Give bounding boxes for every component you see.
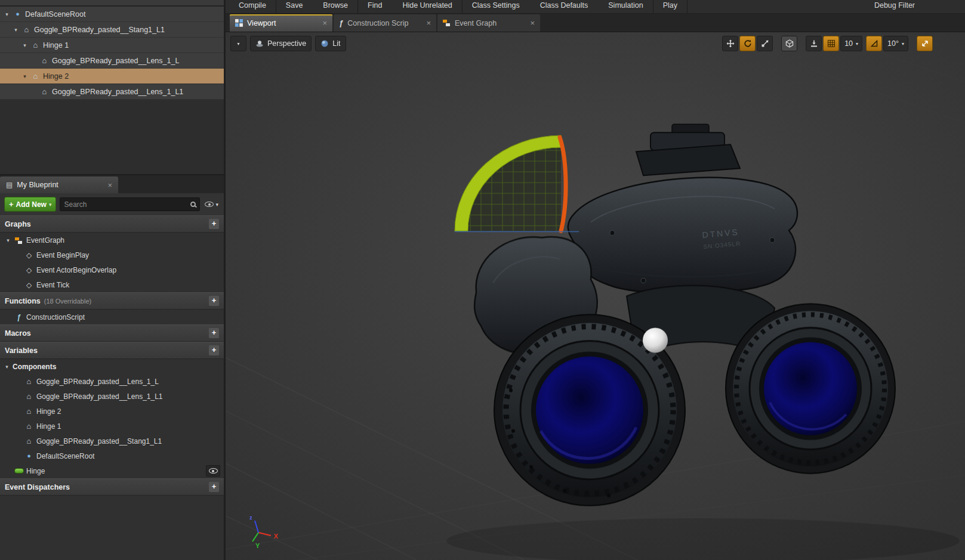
move-tool-button[interactable] bbox=[722, 36, 738, 51]
add-variables-button[interactable]: + bbox=[209, 345, 219, 355]
section-macros[interactable]: Macros+ bbox=[0, 324, 224, 342]
right-lens-barrel bbox=[726, 304, 895, 474]
blueprint-item-goggle-bpready-pasted-stang1-l1[interactable]: ⌂Goggle_BPReady_pasted__Stang1_L1 bbox=[0, 434, 224, 448]
category-components[interactable]: ▾Components bbox=[0, 359, 224, 374]
perspective-button[interactable]: Perspective bbox=[250, 36, 312, 51]
expander-icon[interactable]: ▾ bbox=[21, 42, 28, 48]
scene-root-icon: ● bbox=[24, 453, 33, 459]
add-new-button[interactable]: + Add New ▾ bbox=[4, 197, 56, 212]
blueprint-item-goggle-bpready-pasted-lens-1-l1[interactable]: ⌂Goggle_BPReady_pasted__Lens_1_L1 bbox=[0, 389, 224, 404]
save-button[interactable]: Save bbox=[286, 1, 303, 10]
hide-unrelated-button[interactable]: Hide Unrelated bbox=[402, 1, 452, 10]
section-variables[interactable]: Variables+ bbox=[0, 342, 224, 359]
blueprint-item-event-actorbeginoverlap[interactable]: ◇Event ActorBeginOverlap bbox=[0, 262, 224, 277]
viewport-canvas[interactable]: DTNVS SN:O345LR bbox=[226, 32, 965, 560]
main-toolbar: CompileSaveBrowseFindHide UnrelatedClass… bbox=[226, 0, 965, 14]
scale-tool-icon bbox=[761, 39, 769, 48]
section-graphs[interactable]: Graphs+ bbox=[0, 215, 224, 233]
eventgraph-icon bbox=[14, 237, 23, 244]
close-icon[interactable]: × bbox=[322, 18, 327, 27]
expander-icon[interactable]: ▾ bbox=[21, 73, 28, 79]
search-input[interactable] bbox=[64, 200, 188, 209]
grid-snap-value-button[interactable]: 10 ▾ bbox=[840, 36, 862, 51]
debug-filter-button[interactable]: Debug Filter bbox=[874, 1, 915, 10]
surface-snap-button[interactable] bbox=[806, 36, 822, 51]
class-settings-button[interactable]: Class Settings bbox=[472, 1, 520, 10]
blueprint-item-eventgraph[interactable]: ▾EventGraph bbox=[0, 233, 224, 247]
close-icon[interactable]: × bbox=[530, 18, 535, 27]
play-button[interactable]: Play bbox=[663, 1, 677, 10]
tree-row[interactable]: ▾⌂Hinge 1 bbox=[0, 38, 224, 53]
viewport-options-button[interactable]: ▾ bbox=[230, 36, 246, 51]
close-icon[interactable]: × bbox=[107, 181, 112, 190]
expander-icon[interactable]: ▾ bbox=[4, 11, 10, 17]
add-macros-button[interactable]: + bbox=[209, 328, 219, 338]
browse-button[interactable]: Browse bbox=[323, 1, 348, 10]
blueprint-item-event-tick[interactable]: ◇Event Tick bbox=[0, 277, 224, 292]
lit-label: Lit bbox=[332, 39, 340, 48]
blueprint-item-hinge-2[interactable]: ⌂Hinge 2 bbox=[0, 404, 224, 419]
section-note: (18 Overridable) bbox=[44, 298, 91, 305]
tab-construction-scrip[interactable]: ƒConstruction Scrip× bbox=[334, 14, 436, 32]
blueprint-item-goggle-bpready-pasted-lens-1-l[interactable]: ⌂Goggle_BPReady_pasted__Lens_1_L bbox=[0, 374, 224, 389]
item-label: Event BeginPlay bbox=[36, 251, 89, 259]
grid-snap-group: 10 ▾ bbox=[806, 36, 862, 51]
blueprint-item-defaultsceneroot[interactable]: ●DefaultSceneRoot bbox=[0, 448, 224, 463]
tree-row[interactable]: ▾●DefaultSceneRoot bbox=[0, 7, 224, 22]
search-box[interactable] bbox=[60, 197, 200, 211]
rotation-snap-value-button[interactable]: 10° ▾ bbox=[883, 36, 908, 51]
blueprint-item-event-beginplay[interactable]: ◇Event BeginPlay bbox=[0, 247, 224, 262]
rotation-snap-icon bbox=[870, 39, 878, 48]
world-space-icon bbox=[785, 39, 794, 48]
scale-tool-button[interactable] bbox=[757, 36, 773, 51]
rotate-tool-button[interactable] bbox=[739, 36, 756, 51]
tree-row[interactable]: ▾⌂Goggle_BPReady_pasted__Stang1_L1 bbox=[0, 22, 224, 38]
function-icon: ƒ bbox=[339, 18, 343, 27]
viewport-panel: DTNVS SN:O345LR bbox=[226, 32, 965, 560]
visibility-filter-button[interactable]: ▾ bbox=[204, 202, 220, 208]
mesh-icon: ⌂ bbox=[22, 26, 31, 33]
compile-button[interactable]: Compile bbox=[239, 1, 266, 10]
viewport-icon bbox=[235, 19, 243, 27]
tree-row[interactable]: ⌂Goggle_BPReady_pasted__Lens_1_L bbox=[0, 53, 224, 69]
section-event-dispatchers[interactable]: Event Dispatchers+ bbox=[0, 478, 224, 496]
blueprint-item-hinge-1[interactable]: ⌂Hinge 1 bbox=[0, 419, 224, 434]
section-functions[interactable]: Functions(18 Overridable)+ bbox=[0, 292, 224, 310]
perspective-icon bbox=[255, 39, 264, 48]
expander-icon[interactable]: ▾ bbox=[5, 237, 11, 243]
expander-icon[interactable]: ▾ bbox=[13, 27, 19, 33]
variable-icon bbox=[14, 468, 23, 474]
section-title: Variables bbox=[5, 346, 38, 355]
tab-event-graph[interactable]: Event Graph× bbox=[437, 14, 540, 32]
add-functions-button[interactable]: + bbox=[209, 296, 219, 306]
tree-row[interactable]: ⌂Goggle_BPReady_pasted__Lens_1_L1 bbox=[0, 84, 224, 100]
coordinate-space-button[interactable] bbox=[781, 36, 797, 51]
expander-icon[interactable]: ▾ bbox=[4, 364, 10, 370]
toolbar-group: SaveBrowse bbox=[286, 2, 348, 11]
axis-y-label: Y bbox=[255, 542, 260, 549]
class-defaults-button[interactable]: Class Defaults bbox=[540, 1, 588, 10]
my-blueprint-tab[interactable]: ▤ My Blueprint × bbox=[0, 177, 118, 193]
close-icon[interactable]: × bbox=[426, 18, 431, 27]
section-title: Functions bbox=[5, 297, 41, 305]
maximize-viewport-button[interactable] bbox=[917, 36, 933, 51]
mesh-icon: ⌂ bbox=[24, 392, 33, 400]
grid-snap-button[interactable] bbox=[823, 36, 839, 51]
rotation-snap-button[interactable] bbox=[866, 36, 882, 51]
blueprint-item-constructionscript[interactable]: ƒConstructionScript bbox=[0, 310, 224, 324]
main-area: CompileSaveBrowseFindHide UnrelatedClass… bbox=[226, 0, 965, 560]
chevron-down-icon: ▾ bbox=[856, 41, 858, 47]
lit-button[interactable]: Lit bbox=[315, 36, 346, 51]
tab-label: Event Graph bbox=[455, 19, 497, 27]
toolbar-separator bbox=[653, 0, 653, 13]
add-graphs-button[interactable]: + bbox=[209, 219, 219, 229]
visibility-toggle[interactable] bbox=[206, 465, 220, 477]
rotation-snap-value: 10° bbox=[887, 39, 899, 48]
tree-row[interactable]: ▾⌂Hinge 2 bbox=[0, 69, 224, 84]
simulation-button[interactable]: Simulation bbox=[608, 1, 643, 10]
tab-viewport[interactable]: Viewport× bbox=[230, 14, 332, 32]
blueprint-item-hinge[interactable]: Hinge bbox=[0, 463, 224, 478]
find-button[interactable]: Find bbox=[368, 1, 382, 10]
add-event-dispatchers-button[interactable]: + bbox=[209, 482, 219, 492]
item-label: DefaultSceneRoot bbox=[36, 452, 94, 460]
